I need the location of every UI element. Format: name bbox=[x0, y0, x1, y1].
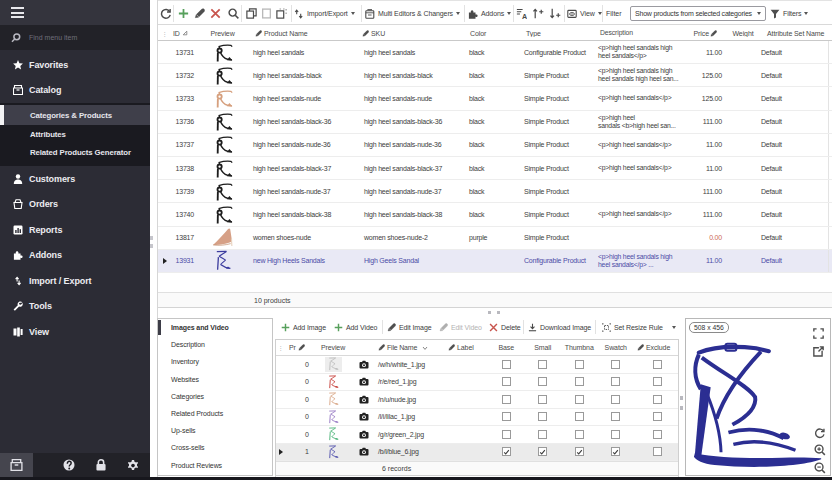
multi-editors-menu[interactable]: Multi Editors & Changers bbox=[365, 1, 460, 26]
sidebar-bottom-lock[interactable] bbox=[94, 453, 107, 477]
tab-cross-sells[interactable]: Cross-sells bbox=[158, 439, 272, 456]
import-export-menu[interactable]: Import/Export bbox=[294, 1, 355, 26]
filters-menu[interactable]: Filters bbox=[770, 1, 808, 26]
open-external-button[interactable] bbox=[813, 343, 824, 361]
grid-header-type[interactable]: Type bbox=[520, 30, 595, 37]
set-resize-rule-button[interactable]: Set Resize Rule bbox=[602, 318, 663, 336]
checkbox-base[interactable] bbox=[502, 377, 511, 386]
tab-description[interactable]: Description bbox=[158, 336, 272, 353]
media-row[interactable]: 0/n/u/nude.jpg bbox=[276, 391, 678, 409]
product-row[interactable]: 13738high heel sandals-black-37high heel… bbox=[158, 157, 832, 180]
grid-header-price[interactable]: Price bbox=[691, 30, 728, 37]
checkbox-base[interactable] bbox=[502, 430, 511, 439]
checkbox-swatch[interactable] bbox=[611, 377, 620, 386]
sidebar-subitem-categories-products[interactable]: Categories & Products bbox=[0, 105, 150, 125]
media-row[interactable]: 0/l/i/lilac_1.jpg bbox=[276, 409, 678, 427]
checkbox-swatch[interactable] bbox=[611, 360, 620, 369]
checkbox-small[interactable] bbox=[538, 412, 547, 421]
zoom-in-button[interactable] bbox=[814, 442, 826, 460]
checkbox-exclude[interactable] bbox=[653, 430, 662, 439]
media-header-preview[interactable]: Preview bbox=[314, 340, 352, 355]
checkbox-thumb[interactable] bbox=[575, 377, 584, 386]
tab-images-and-video[interactable]: Images and Video bbox=[158, 319, 272, 336]
checkbox-base[interactable] bbox=[502, 395, 511, 404]
media-header-thumb[interactable]: Thumbna bbox=[561, 340, 598, 355]
checkbox-small[interactable] bbox=[538, 430, 547, 439]
sidebar-subitem-attributes[interactable]: Attributes bbox=[0, 125, 150, 144]
duplicate-button[interactable] bbox=[276, 1, 287, 26]
addons-menu[interactable]: Addons bbox=[468, 1, 511, 26]
product-row[interactable]: 13817women shoes-nudewomen shoes-nude-2p… bbox=[158, 227, 832, 250]
product-row[interactable]: 13736high heel sandals-black-36high heel… bbox=[158, 111, 832, 134]
grid-header-preview[interactable]: Preview bbox=[201, 30, 251, 37]
sidebar-bottom-archive[interactable] bbox=[0, 453, 33, 477]
checkbox-exclude[interactable] bbox=[653, 447, 662, 456]
search-button[interactable] bbox=[228, 1, 239, 26]
checkbox-thumb[interactable] bbox=[575, 395, 584, 404]
grid-header-attr[interactable]: Attribute Set Name bbox=[758, 30, 828, 37]
checkbox-exclude[interactable] bbox=[653, 377, 662, 386]
checkbox-swatch[interactable] bbox=[611, 395, 620, 404]
tab-product-reviews[interactable]: Product Reviews bbox=[158, 457, 272, 474]
delete-product-button[interactable] bbox=[210, 1, 221, 26]
sidebar-item-catalog[interactable]: Catalog bbox=[0, 78, 150, 104]
checkbox-small[interactable] bbox=[538, 395, 547, 404]
checkbox-base[interactable] bbox=[502, 412, 511, 421]
checkbox-base[interactable] bbox=[502, 360, 511, 369]
checkbox-small[interactable] bbox=[538, 360, 547, 369]
collapse-all-button[interactable] bbox=[550, 1, 561, 26]
sidebar-item-view[interactable]: View bbox=[0, 319, 150, 345]
product-row[interactable]: 13739high heel sandals-nude-37high heel … bbox=[158, 180, 832, 203]
grid-header-color[interactable]: Color bbox=[468, 30, 520, 37]
sidebar-item-addons[interactable]: Addons bbox=[0, 243, 150, 269]
media-header-file[interactable]: File Name bbox=[376, 340, 443, 355]
checkbox-exclude[interactable] bbox=[653, 360, 662, 369]
tab-related-products[interactable]: Related Products bbox=[158, 405, 272, 422]
view-menu[interactable]: View bbox=[567, 1, 602, 26]
sidebar-search[interactable]: Find menu item bbox=[0, 25, 150, 50]
media-header-exclude[interactable]: Exclude bbox=[634, 340, 680, 355]
download-image-button[interactable]: Download Image bbox=[528, 318, 591, 336]
product-row[interactable]: 13740high heel sandals-black-38high heel… bbox=[158, 203, 832, 226]
edit-image-button[interactable]: Edit Image bbox=[387, 318, 431, 336]
rotate-button[interactable] bbox=[814, 425, 825, 443]
checkbox-thumb[interactable] bbox=[575, 412, 584, 421]
checkbox-swatch[interactable] bbox=[611, 412, 620, 421]
tab-categories[interactable]: Categories bbox=[158, 388, 272, 405]
media-header-small[interactable]: Small bbox=[525, 340, 562, 355]
checkbox-thumb[interactable] bbox=[575, 430, 584, 439]
sidebar-bottom-help[interactable] bbox=[62, 453, 75, 477]
media-header-swatch[interactable]: Swatch bbox=[598, 340, 635, 355]
add-image-button[interactable]: Add Image bbox=[281, 318, 326, 336]
grid-header-name[interactable]: Product Name bbox=[251, 30, 358, 37]
grid-header-weight[interactable]: Weight bbox=[728, 30, 758, 37]
tab-websites[interactable]: Websites bbox=[158, 371, 272, 388]
product-row[interactable]: 13733high heel sandals-nudehigh heel san… bbox=[158, 87, 832, 110]
checkbox-swatch[interactable] bbox=[611, 447, 620, 456]
tab-inventory[interactable]: Inventory bbox=[158, 353, 272, 370]
sort-button[interactable] bbox=[516, 1, 527, 26]
fullscreen-button[interactable] bbox=[813, 325, 824, 343]
checkbox-exclude[interactable] bbox=[653, 412, 662, 421]
filter-dropdown[interactable]: Show products from selected categories bbox=[630, 6, 766, 21]
checkbox-base[interactable] bbox=[502, 447, 511, 456]
copy-button[interactable] bbox=[246, 1, 257, 26]
media-header-label[interactable]: Label bbox=[443, 340, 488, 355]
hamburger-menu-icon[interactable] bbox=[11, 7, 24, 18]
checkbox-thumb[interactable] bbox=[575, 360, 584, 369]
media-header-pr[interactable]: Pr bbox=[285, 340, 314, 355]
checkbox-exclude[interactable] bbox=[653, 395, 662, 404]
checkbox-small[interactable] bbox=[538, 377, 547, 386]
grid-header-description[interactable]: Description bbox=[595, 29, 691, 37]
sidebar-item-customers[interactable]: Customers bbox=[0, 166, 150, 192]
add-product-button[interactable] bbox=[178, 1, 189, 26]
media-header-base[interactable]: Base bbox=[488, 340, 525, 355]
edit-video-button[interactable]: Edit Video bbox=[439, 318, 482, 336]
product-row[interactable]: 13731high heel sandalshigh heel sandalsb… bbox=[158, 41, 832, 64]
zoom-out-button[interactable] bbox=[814, 460, 826, 478]
product-row[interactable]: 13732high heel sandals-blackhigh heel sa… bbox=[158, 64, 832, 87]
add-video-button[interactable]: Add Video bbox=[334, 318, 377, 336]
sidebar-splitter[interactable] bbox=[150, 236, 153, 248]
sidebar-item-import-export[interactable]: Import / Export bbox=[0, 268, 150, 294]
horizontal-splitter[interactable] bbox=[488, 311, 500, 314]
